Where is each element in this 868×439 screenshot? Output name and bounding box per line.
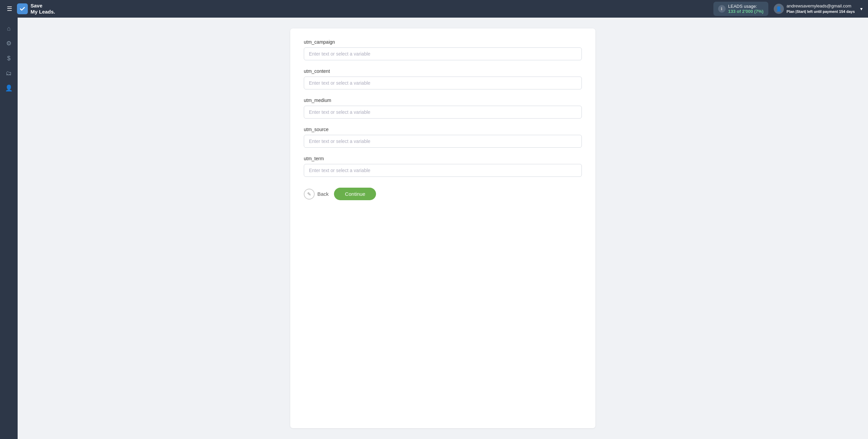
- utm-campaign-input[interactable]: [304, 47, 582, 60]
- user-plan: Plan |Start| left until payment 154 days: [787, 9, 855, 14]
- utm-campaign-group: utm_campaign: [304, 39, 582, 60]
- nav-left: ☰ Save My Leads.: [5, 3, 55, 15]
- user-email: andrewsavemyleads@gmail.com: [787, 3, 855, 9]
- utm-medium-group: utm_medium: [304, 98, 582, 119]
- utm-term-label: utm_term: [304, 156, 582, 161]
- user-menu-chevron[interactable]: ▾: [860, 6, 863, 12]
- utm-term-input[interactable]: [304, 164, 582, 177]
- user-info: 👤 andrewsavemyleads@gmail.com Plan |Star…: [774, 3, 855, 15]
- sidebar-item-home[interactable]: ⌂: [2, 22, 16, 35]
- logo-icon: [17, 3, 28, 14]
- nav-right: ℹ LEADS usage: 133 of 2'000 (7%) 👤 andre…: [713, 2, 863, 16]
- utm-source-group: utm_source: [304, 127, 582, 148]
- utm-medium-label: utm_medium: [304, 98, 582, 103]
- utm-content-label: utm_content: [304, 68, 582, 74]
- sidebar-item-integrations[interactable]: ⚙: [2, 37, 16, 50]
- user-details: andrewsavemyleads@gmail.com Plan |Start|…: [787, 3, 855, 15]
- logo-wrapper: Save My Leads.: [17, 3, 55, 15]
- user-avatar: 👤: [774, 4, 784, 14]
- sidebar-item-account[interactable]: 👤: [2, 81, 16, 95]
- utm-source-label: utm_source: [304, 127, 582, 132]
- continue-button[interactable]: Continue: [334, 188, 376, 200]
- utm-term-group: utm_term: [304, 156, 582, 177]
- leads-usage: ℹ LEADS usage: 133 of 2'000 (7%): [713, 2, 768, 16]
- logo-text: Save My Leads.: [31, 3, 55, 15]
- left-sidebar: ⌂ ⚙ $ 🗂 👤: [0, 18, 18, 439]
- info-icon: ℹ: [718, 5, 726, 13]
- button-row: ✎ Back Continue: [304, 188, 582, 200]
- utm-content-input[interactable]: [304, 77, 582, 89]
- back-button[interactable]: ✎ Back: [304, 189, 329, 200]
- sidebar-item-jobs[interactable]: 🗂: [2, 66, 16, 80]
- form-card: utm_campaign utm_content utm_medium utm_…: [290, 28, 595, 428]
- top-nav: ☰ Save My Leads. ℹ LEADS usage: 133 of 2…: [0, 0, 868, 18]
- usage-text: LEADS usage: 133 of 2'000 (7%): [728, 4, 764, 14]
- utm-source-input[interactable]: [304, 135, 582, 148]
- hamburger-button[interactable]: ☰: [5, 4, 14, 14]
- back-label: Back: [317, 191, 329, 197]
- usage-numbers: 133 of 2'000 (7%): [728, 9, 764, 14]
- main-content: utm_campaign utm_content utm_medium utm_…: [18, 18, 868, 439]
- sidebar-item-billing[interactable]: $: [2, 51, 16, 65]
- utm-content-group: utm_content: [304, 68, 582, 89]
- utm-campaign-label: utm_campaign: [304, 39, 582, 45]
- back-icon: ✎: [304, 189, 315, 200]
- utm-medium-input[interactable]: [304, 106, 582, 119]
